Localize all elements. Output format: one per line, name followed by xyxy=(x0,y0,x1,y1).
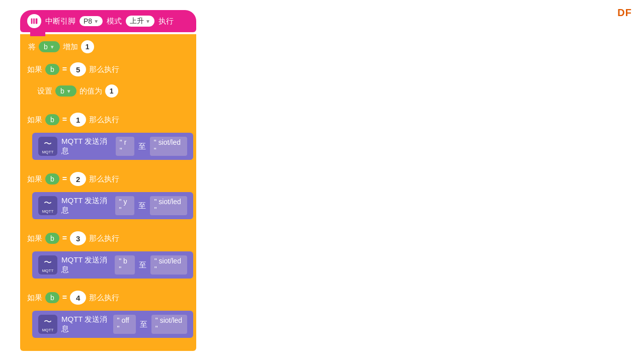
blocks-area: 中断引脚 P8 ▼ 模式 上升 ▼ 执行 将 b ▼ 增加 1 xyxy=(20,10,196,351)
hat-label1: 中断引脚 xyxy=(45,17,75,26)
assign-action: 增加 xyxy=(63,42,78,52)
if-b4-val: 4 xyxy=(70,291,86,305)
hat-label3: 执行 xyxy=(158,17,174,26)
if-b2-val: 2 xyxy=(70,172,86,186)
if-b5-val: 5 xyxy=(70,62,86,76)
if-b1-var[interactable]: b xyxy=(45,114,59,125)
mqtt-icon-b: 〜 MQTT xyxy=(38,255,57,275)
mqtt-icon-off: 〜 MQTT xyxy=(38,315,57,334)
set-prefix: 设置 xyxy=(37,86,52,96)
hat-block[interactable]: 中断引脚 P8 ▼ 模式 上升 ▼ 执行 xyxy=(20,10,196,32)
if-b1-val: 1 xyxy=(70,113,86,127)
set-mid: 的值为 xyxy=(79,86,102,96)
set-var[interactable]: b ▼ xyxy=(55,85,76,97)
if-b5-prefix: 如果 xyxy=(27,65,42,74)
mqtt-off-to: 至 xyxy=(140,320,147,329)
if-b4-suffix: 那么执行 xyxy=(89,293,119,303)
if-b2-prefix: 如果 xyxy=(27,174,42,184)
mqtt-off-topic: " siot/led " xyxy=(151,315,187,334)
mqtt-y-to: 至 xyxy=(138,201,146,211)
mqtt-r-label: MQTT 发送消息 xyxy=(61,137,112,156)
hat-label2: 模式 xyxy=(107,17,122,26)
mqtt-icon-r: 〜 MQTT xyxy=(38,137,57,156)
if-b3-prefix: 如果 xyxy=(27,234,42,243)
mqtt-off-label: MQTT 发送消息 xyxy=(61,315,109,334)
assign-var[interactable]: b ▼ xyxy=(39,41,60,52)
if-b1-eq: = xyxy=(62,115,67,124)
mqtt-b-label: MQTT 发送消息 xyxy=(61,255,111,275)
pin-dropdown[interactable]: P8 ▼ xyxy=(79,16,103,26)
mqtt-y-block[interactable]: 〜 MQTT MQTT 发送消息 " y " 至 " siot/led " xyxy=(32,192,193,219)
mqtt-r-msg: " r " xyxy=(116,137,134,156)
if-b5-var[interactable]: b xyxy=(45,64,59,75)
mqtt-b-topic: " siot/led " xyxy=(150,255,187,275)
mqtt-r-topic: " siot/led " xyxy=(150,137,187,156)
assign-block[interactable]: 将 b ▼ 增加 1 xyxy=(23,37,193,56)
mqtt-y-label: MQTT 发送消息 xyxy=(61,196,111,215)
if-b3-var[interactable]: b xyxy=(45,233,59,244)
if-b5-suffix: 那么执行 xyxy=(89,65,119,74)
interrupt-icon xyxy=(27,14,41,28)
set-val: 1 xyxy=(105,84,118,98)
svg-rect-2 xyxy=(36,19,38,24)
mode-dropdown[interactable]: 上升 ▼ xyxy=(126,16,154,27)
if-b1-suffix: 那么执行 xyxy=(89,115,119,125)
if-b2-suffix: 那么执行 xyxy=(89,174,119,184)
mqtt-off-block[interactable]: 〜 MQTT MQTT 发送消息 " off " 至 " siot/led " xyxy=(32,311,193,338)
if-b1-prefix: 如果 xyxy=(27,115,42,125)
mqtt-r-block[interactable]: 〜 MQTT MQTT 发送消息 " r " 至 " siot/led " xyxy=(32,133,193,160)
set-b1-block[interactable]: 设置 b ▼ 的值为 1 xyxy=(33,81,193,101)
mqtt-b-to: 至 xyxy=(139,260,146,270)
if-b4-eq: = xyxy=(62,293,67,302)
mqtt-y-msg: " y " xyxy=(115,196,135,215)
if-b4-prefix: 如果 xyxy=(27,293,42,303)
if-b5-eq: = xyxy=(62,65,67,74)
mqtt-off-msg: " off " xyxy=(113,315,136,334)
mqtt-y-topic: " siot/led " xyxy=(150,196,187,215)
if-b3-eq: = xyxy=(62,234,67,243)
if-b2-var[interactable]: b xyxy=(45,173,59,185)
svg-rect-1 xyxy=(33,19,35,24)
assign-value: 1 xyxy=(81,40,94,53)
mqtt-r-to: 至 xyxy=(138,142,146,151)
df-logo: DF xyxy=(617,7,632,19)
svg-rect-0 xyxy=(31,19,33,24)
mqtt-b-block[interactable]: 〜 MQTT MQTT 发送消息 " b " 至 " siot/led " xyxy=(32,251,193,279)
if-b4-var[interactable]: b xyxy=(45,292,59,303)
mqtt-b-msg: " b " xyxy=(115,255,135,275)
if-b2-eq: = xyxy=(62,174,67,184)
if-b3-val: 3 xyxy=(70,231,86,245)
mqtt-icon-y: 〜 MQTT xyxy=(38,196,57,215)
if-b3-suffix: 那么执行 xyxy=(89,234,119,243)
assign-prefix: 将 xyxy=(28,42,36,52)
